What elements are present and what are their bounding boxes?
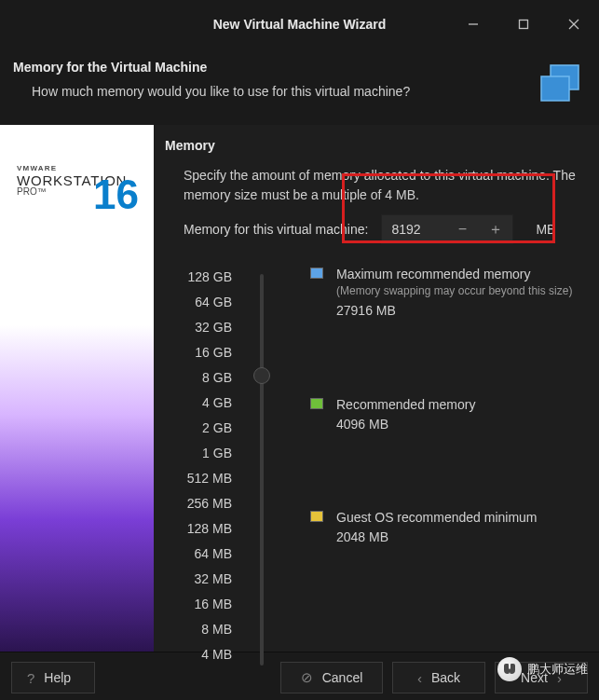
watermark-text: 鹏大师运维 [527, 661, 588, 678]
legend-rec: Recommended memory 4096 MB [310, 395, 475, 434]
memory-scale: 128 GB64 GB32 GB16 GB8 GB4 GB2 GB1 GB512… [165, 265, 586, 667]
scale-tick-label: 64 MB [165, 542, 232, 567]
scale-tick-label: 64 GB [165, 290, 232, 315]
scale-tick-label: 2 GB [165, 416, 232, 441]
cancel-icon: ⊘ [301, 669, 313, 686]
section-title: Memory [165, 138, 586, 153]
legend-max-sub: (Memory swapping may occur beyond this s… [336, 283, 572, 299]
maximize-button[interactable] [498, 0, 549, 48]
sidebar-brand-image: VMWARE WORKSTATION PRO™ 16 [0, 125, 154, 652]
scale-tick-label: 256 MB [165, 491, 232, 516]
scale-tick-label: 16 MB [165, 592, 232, 617]
scale-tick-label: 128 MB [165, 516, 232, 542]
scale-tick-label: 128 GB [165, 265, 232, 290]
legend-min-swatch [310, 511, 323, 522]
scale-tick-label: 512 MB [165, 466, 232, 491]
svg-rect-5 [541, 76, 569, 101]
scale-tick-label: 8 MB [165, 617, 232, 642]
scale-labels: 128 GB64 GB32 GB16 GB8 GB4 GB2 GB1 GB512… [165, 265, 249, 667]
window-title: New Virtual Machine Wizard [213, 17, 387, 32]
chevron-left-icon: ‹ [417, 670, 422, 686]
slider-handle[interactable] [253, 367, 270, 384]
svg-rect-1 [520, 21, 528, 29]
page-title: Memory for the Virtual Machine [13, 60, 536, 75]
close-button[interactable] [549, 0, 599, 48]
help-icon: ? [27, 670, 34, 686]
scale-tick-label: 32 MB [165, 567, 232, 592]
memory-input-group: − ＋ [381, 214, 513, 244]
legend-min-title: Guest OS recommended minimum [336, 508, 538, 527]
scale-tick-label: 16 GB [165, 340, 232, 365]
memory-input[interactable] [382, 222, 445, 237]
memory-increment-button[interactable]: ＋ [479, 215, 512, 243]
titlebar: New Virtual Machine Wizard [0, 0, 599, 48]
section-desc: Specify the amount of memory allocated t… [184, 166, 584, 205]
memory-unit: MB [536, 222, 555, 237]
legend-max-swatch [310, 268, 323, 279]
memory-icon [536, 62, 582, 110]
legend-max-value: 27916 MB [336, 301, 572, 320]
wizard-body: VMWARE WORKSTATION PRO™ 16 Memory Specif… [0, 125, 599, 652]
legend-rec-value: 4096 MB [336, 415, 475, 433]
scale-tick-label: 8 GB [165, 365, 232, 391]
legend-max-title: Maximum recommended memory [336, 265, 572, 283]
memory-legend: Maximum recommended memory (Memory swapp… [284, 265, 586, 667]
page-desc: How much memory would you like to use fo… [32, 84, 536, 99]
window-controls [448, 0, 599, 48]
scale-tick-label: 4 GB [165, 391, 232, 416]
slider-track-line [260, 274, 264, 666]
legend-rec-title: Recommended memory [336, 395, 475, 414]
help-button[interactable]: ?Help [11, 662, 95, 693]
memory-label: Memory for this virtual machine: [184, 222, 368, 237]
memory-slider[interactable] [249, 265, 284, 667]
legend-min: Guest OS recommended minimum 2048 MB [310, 508, 538, 547]
watermark-icon [497, 657, 522, 681]
legend-max: Maximum recommended memory (Memory swapp… [310, 265, 572, 320]
scale-tick-label: 32 GB [165, 315, 232, 340]
watermark: 鹏大师运维 [497, 657, 588, 681]
scale-tick-label: 4 MB [165, 642, 232, 667]
legend-rec-swatch [310, 398, 323, 409]
memory-panel: Memory Specify the amount of memory allo… [154, 125, 599, 652]
wizard-header: Memory for the Virtual Machine How much … [0, 48, 599, 125]
memory-decrement-button[interactable]: − [445, 215, 479, 243]
scale-tick-label: 1 GB [165, 441, 232, 466]
legend-min-value: 2048 MB [336, 528, 538, 546]
logo-version: 16 [93, 172, 139, 218]
minimize-button[interactable] [448, 0, 498, 48]
